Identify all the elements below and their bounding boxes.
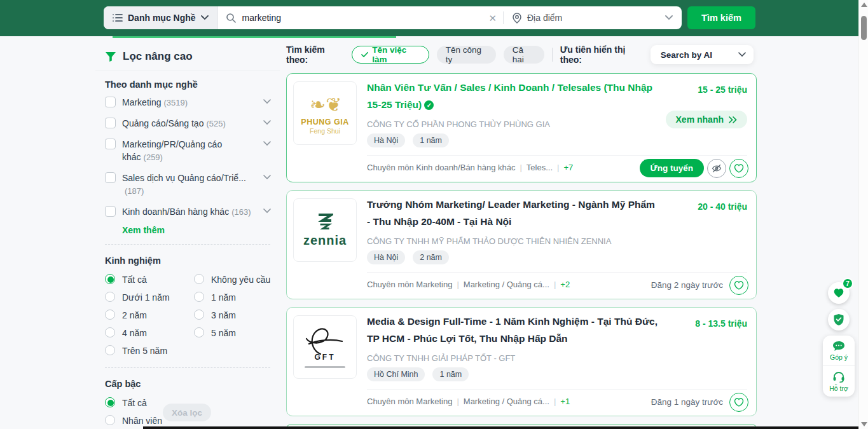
radio-experience[interactable]: 4 năm bbox=[95, 324, 184, 342]
checkbox[interactable] bbox=[105, 206, 116, 217]
double-arrow-right-icon bbox=[729, 116, 737, 123]
radio-experience[interactable]: 3 năm bbox=[184, 306, 280, 324]
level-filter-title: Cấp bậc bbox=[95, 371, 280, 392]
company-logo[interactable]: GFT bbox=[293, 315, 357, 379]
company-name[interactable]: CÔNG TY CỔ PHẦN PHONG THỦY PHÙNG GIA bbox=[367, 119, 659, 129]
scroll-down-arrow[interactable] bbox=[861, 422, 867, 426]
salary: 20 - 40 triệu bbox=[698, 201, 747, 212]
keyword-search-input[interactable]: marketing bbox=[217, 6, 489, 29]
company-name[interactable]: CÔNG TY TNHH MỸ PHẨM THẢO DƯỢC THIÊN NHI… bbox=[367, 236, 659, 246]
location-tag: Hồ Chí Minh bbox=[367, 367, 425, 381]
radio[interactable] bbox=[194, 327, 204, 337]
job-footer: Chuyên môn Marketing|Marketing / Quảng c… bbox=[367, 397, 570, 406]
radio-experience[interactable]: Không yêu cầu bbox=[184, 271, 280, 289]
filter-category-item[interactable]: Marketing(3519) bbox=[95, 92, 280, 113]
job-card[interactable]: GFT Media & Design Full-Time - 1 Năm Kin… bbox=[286, 307, 757, 416]
company-logo[interactable]: ❧❦ PHUNG GIA Feng Shui bbox=[293, 81, 357, 145]
clear-filters-button[interactable]: Xóa lọc bbox=[163, 404, 211, 421]
experience-options: Tất cả Không yêu cầu Dưới 1 năm 1 năm 2 … bbox=[95, 268, 280, 365]
chevron-down-icon[interactable] bbox=[263, 99, 271, 104]
radio-experience[interactable]: 1 năm bbox=[184, 289, 280, 306]
search-toolbar: Tìm kiếm theo: Tên việc làm Tên công ty … bbox=[286, 46, 757, 64]
checkbox[interactable] bbox=[105, 172, 116, 183]
verified-icon: ✓ bbox=[424, 100, 434, 110]
radio-experience[interactable]: Trên 5 năm bbox=[95, 342, 184, 360]
chevron-down-icon[interactable] bbox=[263, 208, 271, 214]
radio[interactable] bbox=[194, 274, 204, 284]
save-job-button[interactable] bbox=[729, 276, 748, 295]
save-job-button[interactable] bbox=[729, 159, 748, 178]
radio[interactable] bbox=[105, 345, 115, 355]
radio[interactable] bbox=[194, 310, 204, 320]
chevron-down-icon bbox=[665, 15, 673, 20]
job-card[interactable]: ❧❦ PHUNG GIA Feng Shui Nhân Viên Tư Vấn … bbox=[286, 73, 757, 182]
apply-button[interactable]: Ứng tuyển bbox=[640, 159, 704, 177]
support-button[interactable]: Hỗ trợ bbox=[823, 365, 855, 397]
posted-time: Đăng 1 ngày trước bbox=[651, 397, 723, 407]
clear-search-icon[interactable]: ✕ bbox=[488, 13, 497, 23]
bottom-edge-strip bbox=[143, 426, 860, 429]
radio-experience[interactable]: 2 năm bbox=[95, 306, 184, 324]
checkbox[interactable] bbox=[105, 118, 116, 128]
checkbox[interactable] bbox=[105, 97, 116, 107]
filter-category-item[interactable]: Quảng cáo/Sáng tạo(525) bbox=[95, 113, 280, 134]
job-title[interactable]: Trưởng Nhóm Marketing/ Leader Marketing … bbox=[367, 196, 661, 230]
chevron-down-icon[interactable] bbox=[263, 141, 271, 146]
chevron-down-icon[interactable] bbox=[263, 175, 271, 180]
job-title[interactable]: Nhân Viên Tư Vấn / Sales / Kinh Doanh / … bbox=[367, 79, 661, 113]
radio[interactable] bbox=[105, 292, 115, 302]
job-tags: Hồ Chí Minh 1 năm bbox=[367, 367, 469, 381]
filter-category-item[interactable]: Kinh doanh/Bán hàng khác(163) bbox=[95, 201, 280, 222]
sort-dropdown[interactable]: Search by AI bbox=[651, 45, 754, 64]
page-scrollbar[interactable] bbox=[858, 0, 868, 429]
header-accent-bar bbox=[113, 36, 396, 38]
phung-gia-emblem-icon: ❧❦ bbox=[310, 92, 340, 118]
location-dropdown[interactable]: Địa điểm bbox=[504, 6, 682, 29]
search-value: marketing bbox=[242, 13, 281, 23]
job-title[interactable]: Media & Design Full-Time - 1 Năm Kinh Ng… bbox=[367, 313, 661, 347]
category-dropdown[interactable]: Danh mục Nghề bbox=[104, 6, 217, 29]
scroll-up-arrow[interactable] bbox=[861, 3, 867, 7]
radio-experience[interactable]: Dưới 1 năm bbox=[95, 289, 184, 306]
experience-filter-title: Kinh nghiệm bbox=[95, 247, 280, 268]
radio[interactable] bbox=[105, 310, 115, 320]
company-name[interactable]: CÔNG TY TNHH GIẢI PHÁP TỐT - GFT bbox=[367, 353, 659, 363]
assist-panel: Góp ý Hỗ trợ bbox=[823, 336, 855, 397]
feedback-button[interactable]: Góp ý bbox=[823, 336, 855, 365]
more-count[interactable]: +7 bbox=[563, 163, 573, 172]
headset-icon bbox=[832, 371, 845, 383]
scrollbar-thumb[interactable] bbox=[861, 16, 867, 40]
hide-job-button[interactable] bbox=[707, 159, 726, 178]
search-button[interactable]: Tìm kiếm bbox=[687, 6, 755, 29]
page: Danh mục Nghề marketing ✕ Địa điểm Tìm k… bbox=[0, 0, 868, 429]
show-more-link[interactable]: Xem thêm bbox=[95, 222, 280, 242]
company-logo[interactable]: zennia bbox=[293, 198, 357, 262]
chevron-down-icon[interactable] bbox=[263, 120, 271, 125]
checkbox[interactable] bbox=[105, 139, 116, 149]
pill-both[interactable]: Cả hai bbox=[504, 46, 544, 64]
salary: 15 - 25 triệu bbox=[698, 85, 747, 95]
radio[interactable] bbox=[105, 327, 115, 337]
radio[interactable] bbox=[105, 274, 115, 284]
top-header: Danh mục Nghề marketing ✕ Địa điểm Tìm k… bbox=[0, 0, 868, 36]
radio-experience[interactable]: Tất cả bbox=[95, 271, 184, 289]
pill-job-title[interactable]: Tên việc làm bbox=[352, 46, 429, 64]
filter-category-item[interactable]: Marketing/PR/Quảng cáo khác(259) bbox=[95, 134, 280, 168]
pill-company[interactable]: Tên công ty bbox=[437, 46, 496, 64]
zennia-glyph-icon bbox=[317, 213, 333, 232]
more-count[interactable]: +1 bbox=[560, 397, 570, 406]
radio[interactable] bbox=[105, 397, 115, 407]
radio[interactable] bbox=[105, 415, 115, 425]
location-tag: Hà Nội bbox=[367, 133, 405, 147]
quick-view-button[interactable]: Xem nhanh bbox=[666, 111, 747, 128]
radio[interactable] bbox=[194, 292, 204, 302]
save-job-button[interactable] bbox=[729, 393, 748, 412]
radio-experience[interactable]: 5 năm bbox=[184, 324, 280, 342]
job-card[interactable]: zennia Trưởng Nhóm Marketing/ Leader Mar… bbox=[286, 190, 757, 299]
job-footer: Chuyên môn Kinh doanh/Bán hàng khác|Tele… bbox=[367, 163, 573, 172]
posted-time: Đăng 2 ngày trước bbox=[651, 280, 723, 290]
safety-shield-button[interactable] bbox=[828, 309, 850, 330]
filter-category-item[interactable]: Sales dịch vụ Quảng cáo/Triể...(187) bbox=[95, 168, 280, 201]
more-count[interactable]: +2 bbox=[560, 280, 570, 289]
saved-jobs-button[interactable]: 7 bbox=[828, 282, 850, 304]
